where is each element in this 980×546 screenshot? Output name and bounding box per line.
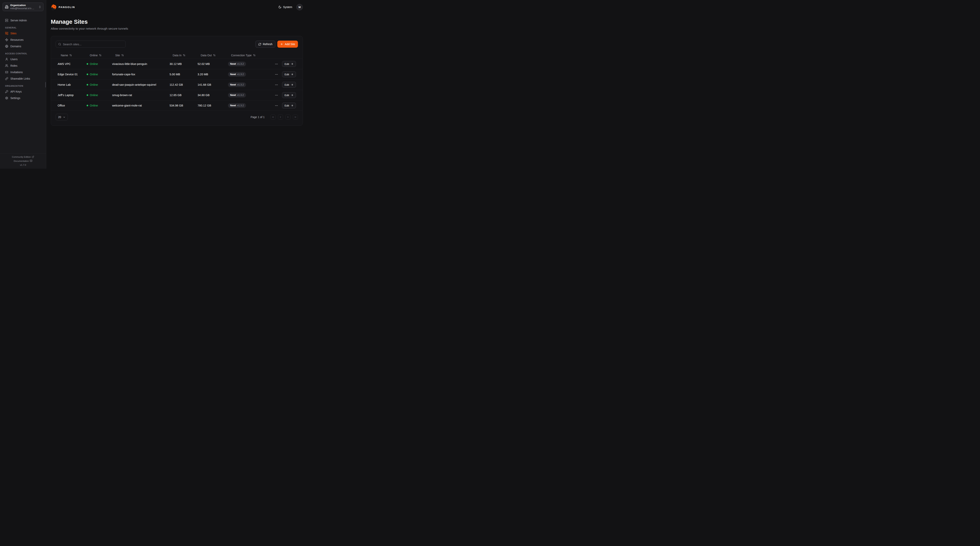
- theme-toggle[interactable]: System: [278, 5, 292, 9]
- sidebar-item-invitations[interactable]: Invitations: [5, 70, 43, 74]
- row-menu-button[interactable]: [274, 72, 278, 77]
- row-menu-button[interactable]: [274, 104, 278, 108]
- org-selector[interactable]: Organization milo@fossorial.io's ...: [3, 3, 43, 11]
- documentation-link[interactable]: Documentation: [0, 160, 46, 162]
- previous-page-button[interactable]: [278, 115, 283, 120]
- section-label-access-control: ACCESS CONTROL: [5, 53, 43, 55]
- sidebar-item-label: Roles: [10, 64, 18, 67]
- row-menu-button[interactable]: [274, 83, 278, 87]
- brand-logo[interactable]: PANGOLIN: [51, 4, 75, 10]
- search-input[interactable]: [63, 43, 123, 46]
- sidebar: Organization milo@fossorial.io's ... Ser…: [0, 0, 46, 169]
- next-page-button[interactable]: [285, 115, 291, 120]
- table-header: Name Online Site Data In Data Out: [51, 52, 302, 59]
- column-header-online[interactable]: Online: [87, 54, 112, 57]
- online-status: Online: [87, 62, 112, 65]
- site-name: Edge Device 01: [57, 73, 87, 76]
- chevron-right-icon: [286, 116, 289, 118]
- column-header-data-out[interactable]: Data Out: [197, 54, 228, 57]
- avatar[interactable]: M: [296, 4, 303, 10]
- building-icon: [5, 5, 8, 9]
- ellipsis-icon: [275, 104, 278, 107]
- column-header-site[interactable]: Site: [112, 54, 170, 57]
- first-page-button[interactable]: [270, 115, 275, 120]
- row-menu-button[interactable]: [274, 62, 278, 66]
- column-header-data-in[interactable]: Data In: [170, 54, 197, 57]
- arrow-right-icon: [291, 104, 293, 107]
- main-content: PANGOLIN System M Manage Sites Allow con…: [46, 0, 307, 169]
- online-dot-icon: [87, 73, 88, 75]
- external-link-icon: [32, 156, 34, 158]
- server-icon: [5, 19, 8, 22]
- sidebar-item-settings[interactable]: Settings: [5, 96, 43, 100]
- last-page-button[interactable]: [293, 115, 298, 120]
- search-icon: [58, 43, 61, 46]
- column-header-name[interactable]: Name: [57, 54, 87, 57]
- site-slug: welcome-giant-mole-rat: [112, 104, 170, 107]
- online-dot-icon: [87, 105, 88, 106]
- community-edition-link[interactable]: Community Edition: [0, 156, 46, 158]
- sidebar-item-sites[interactable]: Sites: [5, 32, 43, 35]
- page-subtitle: Allow connectivity to your network throu…: [51, 27, 303, 30]
- site-name: Office: [57, 104, 87, 107]
- site-slug: smug-brown-rat: [112, 94, 170, 97]
- sites-card: Refresh Add Site Name Online: [51, 36, 303, 126]
- user-icon: [5, 57, 8, 61]
- edit-button[interactable]: Edit: [282, 71, 296, 77]
- sidebar-item-resources[interactable]: Resources: [5, 38, 43, 42]
- sort-arrows-icon: [69, 54, 72, 56]
- table-row: Edge Device 01 Online fortunate-cape-fox…: [51, 69, 302, 80]
- sidebar-item-server-admin[interactable]: Server Admin: [5, 19, 43, 22]
- arrow-right-icon: [291, 94, 293, 96]
- edit-button[interactable]: Edit: [282, 82, 296, 88]
- org-selector-label: Organization: [10, 4, 37, 7]
- sidebar-item-api-keys[interactable]: API Keys: [5, 90, 43, 93]
- app-window: Organization milo@fossorial.io's ... Ser…: [0, 0, 307, 169]
- moon-icon: [278, 5, 282, 9]
- section-label-organization: ORGANIZATION: [5, 85, 43, 87]
- app-version: v1.7.0: [0, 164, 46, 166]
- online-status: Online: [87, 104, 112, 107]
- sidebar-item-label: Users: [10, 57, 18, 61]
- data-in-value: 30.12 MB: [170, 62, 197, 65]
- arrow-right-icon: [291, 83, 293, 86]
- page-status: Page 1 of 1: [250, 115, 265, 119]
- brand-name: PANGOLIN: [59, 6, 75, 9]
- page-size-select[interactable]: 20: [56, 114, 68, 120]
- connection-type-badge: Newtv1.3.2: [228, 82, 246, 87]
- sidebar-item-label: Settings: [10, 96, 21, 100]
- data-in-value: 112.42 GB: [170, 83, 197, 86]
- table-footer: 20 Page 1 of 1: [51, 111, 302, 120]
- sort-arrows-icon: [213, 54, 216, 56]
- row-menu-button[interactable]: [274, 93, 278, 97]
- sidebar-item-label: Domains: [10, 45, 21, 48]
- arrow-right-icon: [291, 62, 293, 65]
- sidebar-item-roles[interactable]: Roles: [5, 64, 43, 67]
- sidebar-item-users[interactable]: Users: [5, 57, 43, 61]
- ellipsis-icon: [275, 83, 278, 86]
- connection-type-badge: Newtv1.3.2: [228, 93, 246, 97]
- site-slug: vivacious-little-blue-penguin: [112, 62, 170, 65]
- link-icon: [5, 77, 8, 80]
- edit-button[interactable]: Edit: [282, 61, 296, 67]
- add-site-button[interactable]: Add Site: [277, 41, 298, 48]
- ellipsis-icon: [275, 94, 278, 97]
- chevrons-up-down-icon: [38, 5, 41, 8]
- edit-button[interactable]: Edit: [282, 102, 296, 109]
- sort-arrows-icon: [99, 54, 102, 56]
- documentation-label: Documentation: [14, 160, 29, 162]
- sidebar-item-domains[interactable]: Domains: [5, 45, 43, 48]
- online-status: Online: [87, 94, 112, 97]
- column-header-connection-type[interactable]: Connection Type: [228, 54, 296, 57]
- key-icon: [5, 90, 8, 93]
- sidebar-scrollbar[interactable]: [45, 82, 46, 88]
- pangolin-logo-icon: [51, 4, 57, 10]
- sidebar-item-shareable-links[interactable]: Shareable Links: [5, 77, 43, 80]
- data-out-value: 780.12 GB: [197, 104, 228, 107]
- chevron-left-icon: [279, 116, 282, 118]
- edit-button[interactable]: Edit: [282, 92, 296, 98]
- refresh-button[interactable]: Refresh: [255, 41, 275, 48]
- section-label-general: GENERAL: [5, 27, 43, 29]
- ellipsis-icon: [275, 73, 278, 76]
- page-title: Manage Sites: [51, 18, 303, 25]
